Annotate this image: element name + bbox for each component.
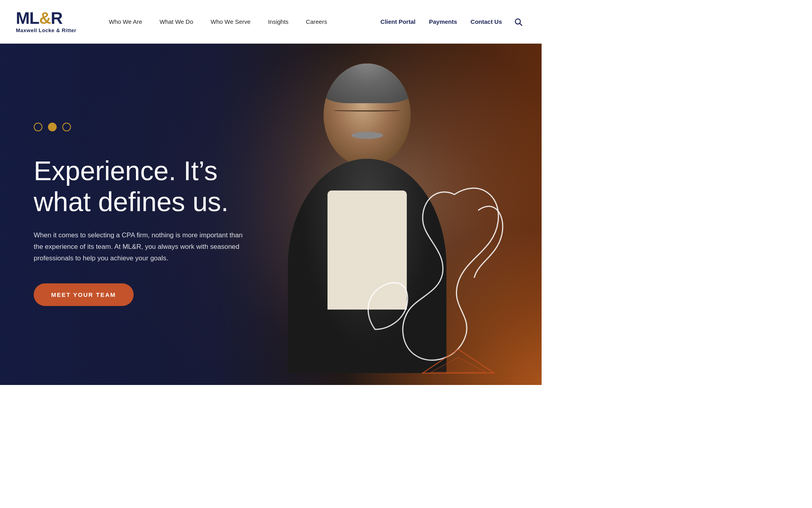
hero-content: Experience. It’s what defines us. When i… (34, 44, 280, 385)
search-button[interactable] (511, 16, 526, 28)
person-mustache (351, 132, 383, 139)
client-portal-link[interactable]: Client Portal (376, 18, 420, 25)
person-head (324, 64, 411, 167)
svg-line-1 (520, 23, 522, 25)
slide-dots (34, 123, 280, 131)
slide-dot-2[interactable] (48, 123, 57, 131)
hero-body-text: When it comes to selecting a CPA firm, n… (34, 230, 248, 264)
hero-headline: Experience. It’s what defines us. (34, 155, 280, 217)
person-hair (324, 64, 411, 103)
nav-what-we-do[interactable]: What We Do (151, 18, 202, 25)
nav-insights[interactable]: Insights (259, 18, 297, 25)
slide-dot-1[interactable] (34, 123, 42, 131)
logo-link[interactable]: ML&R Maxwell Locke & Ritter (16, 10, 77, 33)
hero-section: Experience. It’s what defines us. When i… (0, 44, 542, 385)
nav-primary: Who We Are What We Do Who We Serve Insig… (100, 18, 376, 25)
nav-right-links: Client Portal Payments Contact Us (376, 16, 526, 28)
logo-text: ML&R (16, 10, 77, 27)
logo-subtitle: Maxwell Locke & Ritter (16, 27, 77, 33)
decorative-ampersand (343, 163, 510, 385)
nav-careers[interactable]: Careers (297, 18, 336, 25)
nav-who-we-are[interactable]: Who We Are (100, 18, 151, 25)
contact-us-link[interactable]: Contact Us (466, 18, 507, 25)
payments-link[interactable]: Payments (424, 18, 462, 25)
nav-who-we-serve[interactable]: Who We Serve (202, 18, 259, 25)
slide-dot-3[interactable] (62, 123, 71, 131)
meet-your-team-button[interactable]: MEET YOUR TEAM (34, 283, 134, 306)
main-nav: ML&R Maxwell Locke & Ritter Who We Are W… (0, 0, 542, 44)
